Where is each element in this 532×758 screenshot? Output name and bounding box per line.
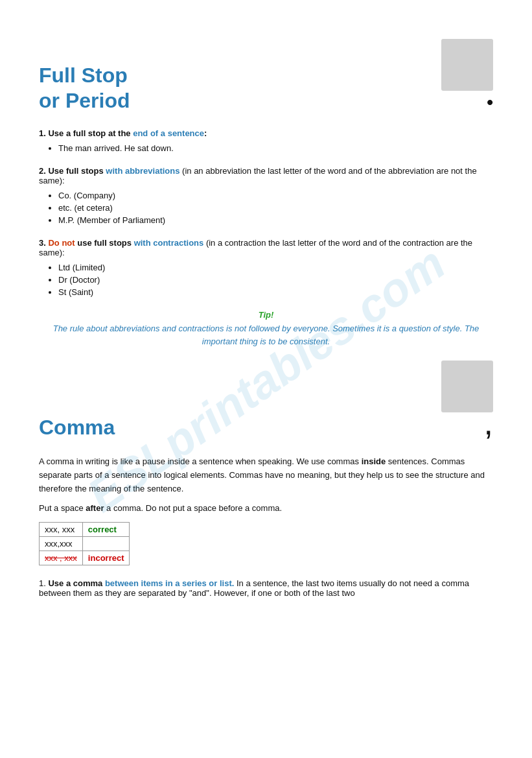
- rule1-prefix: 1. Use a full stop at the: [39, 128, 133, 138]
- strikethrough-example: xxx , xxx: [45, 553, 77, 563]
- title-line1: Full Stop: [39, 63, 130, 88]
- rule3-list: Ltd (Limited) Dr (Doctor) St (Saint): [39, 263, 493, 297]
- table-row-1: xxx, xxx correct: [40, 523, 130, 537]
- rule2-title: 2. Use full stops with abbreviations (in…: [39, 166, 493, 185]
- rule2-bullet-2: etc. (et cetera): [58, 203, 493, 213]
- table-cell-label-1: correct: [82, 523, 130, 537]
- rule1-block: 1. Use a full stop at the end of a sente…: [39, 128, 493, 153]
- table-cell-label-3: incorrect: [82, 551, 130, 565]
- rule2-bullet-1: Co. (Company): [58, 191, 493, 200]
- comma-rule1-text: 1. Use a comma between items in a series…: [39, 578, 493, 598]
- rule2-list: Co. (Company) etc. (et cetera) M.P. (Mem…: [39, 191, 493, 225]
- comma-rule1-highlight-bold: between items in a series or list.: [105, 578, 234, 588]
- comma-rule1-bold: Use a comma: [48, 578, 104, 588]
- comma-rule1-block: 1. Use a comma between items in a series…: [39, 578, 493, 598]
- rule3-bullet-1: Ltd (Limited): [58, 263, 493, 272]
- tip-text: The rule about abbreviations and contrac…: [39, 322, 493, 348]
- comma-section: Comma , A comma in writing is like a pau…: [39, 361, 493, 598]
- fullstop-header: Full Stop or Period •: [39, 39, 493, 113]
- rule1-highlight: end of a sentence: [133, 128, 204, 138]
- title-line2: or Period: [39, 88, 130, 113]
- rule1-title: 1. Use a full stop at the end of a sente…: [39, 128, 493, 138]
- rule2-bullet-3: M.P. (Member of Parliament): [58, 215, 493, 225]
- table-cell-label-2: [82, 537, 130, 551]
- rule3-red: Do not: [48, 238, 75, 248]
- comma-title: Comma: [39, 415, 115, 440]
- tip-label: Tip!: [39, 310, 493, 320]
- rule1-bullet-1: The man arrived. He sat down.: [58, 143, 493, 153]
- rule3-title: 3. Do not use full stops with contractio…: [39, 238, 493, 257]
- table-cell-example-1: xxx, xxx: [40, 523, 83, 537]
- comma-table: xxx, xxx correct xxx,xxx xxx , xxx incor…: [39, 522, 130, 565]
- rule2-bold: Use full stops: [48, 166, 106, 176]
- fullstop-title: Full Stop or Period: [39, 63, 130, 113]
- rule3-bullet-2: Dr (Doctor): [58, 275, 493, 285]
- rule2-block: 2. Use full stops with abbreviations (in…: [39, 166, 493, 225]
- tip-box: Tip! The rule about abbreviations and co…: [39, 310, 493, 348]
- comma-symbol-char: ,: [484, 406, 493, 440]
- rule3-block: 3. Do not use full stops with contractio…: [39, 238, 493, 297]
- comma-rule1-highlight: between items in a series or list.: [105, 578, 234, 588]
- comma-rule1-num: 1.: [39, 578, 48, 588]
- table-row-3: xxx , xxx incorrect: [40, 551, 130, 565]
- fullstop-symbol-box: •: [441, 39, 493, 113]
- rule3-bullet-3: St (Saint): [58, 287, 493, 297]
- rule1-list: The man arrived. He sat down.: [39, 143, 493, 153]
- rule3-num: 3.: [39, 238, 48, 248]
- comma-bold: inside: [362, 456, 386, 466]
- rule1-suffix: :: [204, 128, 207, 138]
- table-cell-example-3: xxx , xxx: [40, 551, 83, 565]
- comma-header: Comma ,: [39, 361, 493, 440]
- fullstop-symbol-char: •: [487, 92, 493, 113]
- rule3-bold: use full stops: [75, 238, 134, 248]
- comma-after-bold: after: [86, 503, 104, 513]
- comma-space-rule: Put a space after a comma. Do not put a …: [39, 502, 493, 515]
- table-cell-example-2: xxx,xxx: [40, 537, 83, 551]
- comma-symbol-box: ,: [441, 361, 493, 440]
- fullstop-symbol-square: [441, 39, 493, 91]
- table-row-2: xxx,xxx: [40, 537, 130, 551]
- comma-intro: A comma in writing is like a pause insid…: [39, 455, 493, 495]
- rule2-highlight: with abbreviations: [106, 166, 179, 176]
- rule3-highlight: with contractions: [134, 238, 204, 248]
- rule2-num: 2.: [39, 166, 48, 176]
